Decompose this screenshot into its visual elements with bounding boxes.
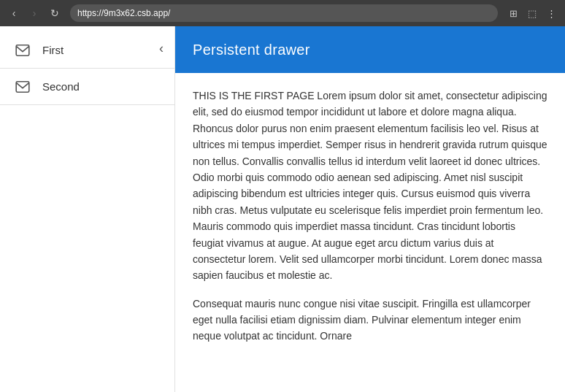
svg-rect-1 — [16, 81, 29, 91]
app-container: ‹ First Second — [0, 26, 565, 392]
menu-button[interactable]: ⋮ — [543, 5, 559, 21]
reload-button[interactable]: ↻ — [47, 5, 63, 21]
browser-chrome: ‹ › ↻ https://9m3x62.csb.app/ ⊞ ⬚ ⋮ — [0, 0, 565, 26]
forward-button[interactable]: › — [26, 5, 42, 21]
sidebar-item-second-label: Second — [42, 80, 80, 93]
app-header: Persistent drawer — [175, 26, 565, 73]
content-area[interactable]: THIS IS THE FIRST PAGE Lorem ipsum dolor… — [175, 73, 565, 392]
sidebar-toggle-button[interactable]: ‹ — [148, 35, 174, 61]
back-button[interactable]: ‹ — [6, 5, 22, 21]
mail-icon-second — [15, 81, 31, 93]
app-header-title: Persistent drawer — [193, 42, 310, 58]
address-bar[interactable]: https://9m3x62.csb.app/ — [70, 4, 498, 22]
svg-rect-0 — [16, 45, 29, 55]
main-content: Persistent drawer THIS IS THE FIRST PAGE… — [175, 26, 565, 392]
content-paragraph-2: Consequat mauris nunc congue nisi vitae … — [193, 296, 547, 345]
sidebar: ‹ First Second — [0, 26, 175, 392]
content-paragraph-1: THIS IS THE FIRST PAGE Lorem ipsum dolor… — [193, 88, 547, 284]
browser-actions: ⊞ ⬚ ⋮ — [505, 5, 559, 21]
sidebar-item-second[interactable]: Second — [0, 69, 174, 105]
mail-icon-first — [15, 45, 31, 56]
extensions-button[interactable]: ⊞ — [505, 5, 521, 21]
profile-button[interactable]: ⬚ — [524, 5, 540, 21]
sidebar-item-first-label: First — [42, 44, 64, 56]
url-text: https://9m3x62.csb.app/ — [77, 8, 170, 18]
